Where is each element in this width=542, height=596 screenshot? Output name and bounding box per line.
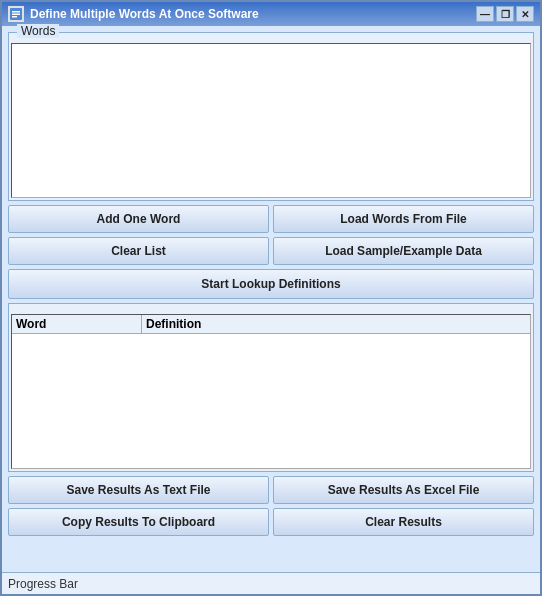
button-row-4: Copy Results To Clipboard Clear Results: [8, 508, 534, 536]
window-controls: — ❐ ✕: [476, 6, 534, 22]
progress-bar-area: Progress Bar: [2, 572, 540, 594]
words-group-label: Words: [17, 24, 59, 38]
words-textarea[interactable]: [11, 43, 531, 198]
load-words-from-file-button[interactable]: Load Words From File: [273, 205, 534, 233]
content-area: Words Add One Word Load Words From File …: [2, 26, 540, 572]
restore-button[interactable]: ❐: [496, 6, 514, 22]
minimize-button[interactable]: —: [476, 6, 494, 22]
results-table-header: Word Definition: [12, 315, 530, 334]
app-icon: [8, 6, 24, 22]
window-title: Define Multiple Words At Once Software: [30, 7, 259, 21]
results-group-box: Word Definition: [8, 303, 534, 472]
button-row-2: Clear List Load Sample/Example Data: [8, 237, 534, 265]
load-sample-data-button[interactable]: Load Sample/Example Data: [273, 237, 534, 265]
start-lookup-button[interactable]: Start Lookup Definitions: [8, 269, 534, 299]
svg-rect-2: [12, 14, 20, 16]
results-list-area: Word Definition: [11, 314, 531, 469]
results-table-body: [12, 334, 530, 468]
clear-list-button[interactable]: Clear List: [8, 237, 269, 265]
col-word-header: Word: [12, 315, 142, 333]
add-one-word-button[interactable]: Add One Word: [8, 205, 269, 233]
button-row-1: Add One Word Load Words From File: [8, 205, 534, 233]
save-results-text-button[interactable]: Save Results As Text File: [8, 476, 269, 504]
copy-results-button[interactable]: Copy Results To Clipboard: [8, 508, 269, 536]
results-table: Word Definition: [11, 314, 531, 469]
title-bar-left: Define Multiple Words At Once Software: [8, 6, 259, 22]
col-definition-header: Definition: [142, 315, 530, 333]
main-window: Define Multiple Words At Once Software —…: [0, 0, 542, 596]
close-button[interactable]: ✕: [516, 6, 534, 22]
save-results-excel-button[interactable]: Save Results As Excel File: [273, 476, 534, 504]
svg-rect-3: [12, 16, 17, 18]
progress-bar-label: Progress Bar: [8, 577, 78, 591]
clear-results-button[interactable]: Clear Results: [273, 508, 534, 536]
words-group-box: Words: [8, 32, 534, 201]
svg-rect-1: [12, 11, 20, 13]
words-list-area: [11, 43, 531, 198]
button-row-3: Save Results As Text File Save Results A…: [8, 476, 534, 504]
title-bar: Define Multiple Words At Once Software —…: [2, 2, 540, 26]
